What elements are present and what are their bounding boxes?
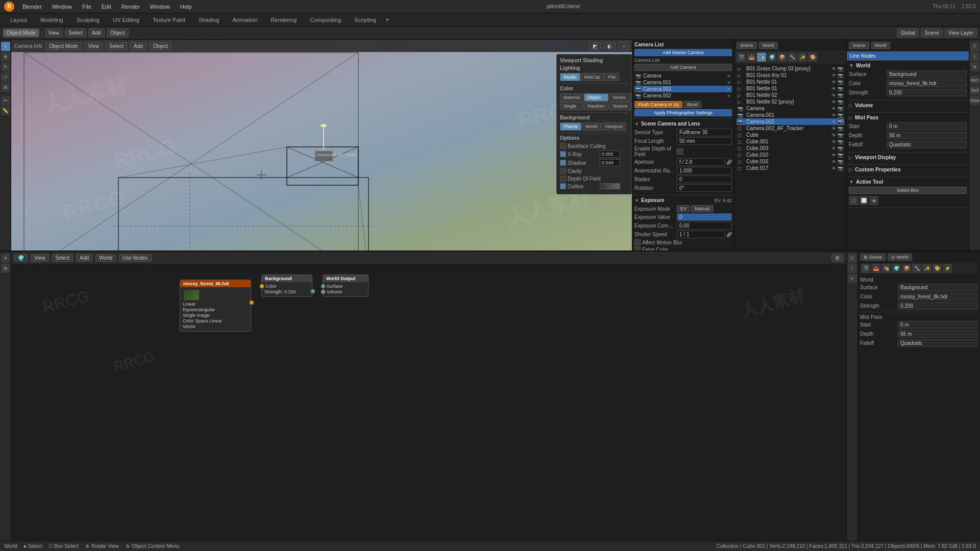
exposure-header[interactable]: ▼ Exposure EV: 9.42 [634, 197, 732, 203]
tree-cube-016-cam[interactable]: 📷 [838, 159, 843, 164]
mode-selector[interactable]: Object Mode [3, 29, 39, 37]
node-scene-icon[interactable]: 🎭 [881, 264, 891, 273]
tool-transform[interactable]: ⊞ [1, 83, 10, 92]
view-menu[interactable]: View [45, 29, 63, 37]
tree-cube-vis[interactable]: 👁 [831, 133, 836, 138]
select-menu[interactable]: Select [65, 29, 86, 37]
menu-window[interactable]: Window [50, 3, 74, 11]
lighting-studio[interactable]: Studio [560, 73, 580, 81]
tab-animation[interactable]: Animation [227, 15, 264, 24]
tree-camera-002[interactable]: 📷 Camera.002 👁 📷 [737, 118, 844, 125]
view-layer-dropdown[interactable]: View Layer [945, 29, 977, 37]
vp-view[interactable]: View [85, 42, 103, 50]
vp-add[interactable]: Add [130, 42, 146, 50]
side-tool-2[interactable]: I [970, 52, 979, 61]
outline-check[interactable] [560, 183, 566, 189]
add-workspace-btn[interactable]: + [385, 16, 389, 23]
tree-camera-001-vis[interactable]: 👁 [831, 113, 836, 118]
lighting-flat[interactable]: Flat [604, 73, 619, 81]
render-props-icon[interactable]: 🎬 [737, 53, 746, 62]
tree-cube[interactable]: ◻ Cube 👁 📷 [737, 132, 844, 138]
tree-camera-001[interactable]: 📷 Camera.001 👁 📷 [737, 112, 844, 118]
shadow-value[interactable] [600, 159, 620, 166]
camera-close-0[interactable]: ✕ [727, 73, 731, 79]
add-menu[interactable]: Add [88, 29, 105, 37]
cavity-check[interactable] [560, 168, 566, 174]
affect-motion-blur-check[interactable] [634, 239, 641, 245]
tree-cube-016-vis[interactable]: 👁 [831, 159, 836, 164]
surface-value[interactable]: Background [887, 70, 967, 78]
color-single[interactable]: Single [560, 102, 583, 110]
side-tool-1[interactable]: T [970, 42, 979, 51]
node-mossy-hdr[interactable]: mossy_forest_8k.hdr Linear Equirectangul… [180, 280, 251, 332]
menu-window2[interactable]: Window [148, 3, 172, 11]
mist-falloff-value[interactable]: Quadratic [887, 141, 967, 148]
node-surface-value[interactable]: Background [898, 284, 978, 291]
node-world-btn[interactable]: ◎ World [888, 254, 912, 261]
tree-cube-001-vis[interactable]: 👁 [831, 139, 836, 144]
node-falloff-value[interactable]: Quadratic [898, 339, 978, 347]
tree-camera-001-cam[interactable]: 📷 [838, 113, 843, 118]
tree-grass-vis[interactable]: 👁 [831, 66, 836, 71]
node-color-value[interactable]: mossy_forest_8k.hdr [898, 293, 978, 300]
tree-cube-017-vis[interactable]: 👁 [831, 166, 836, 171]
rotation-value[interactable]: 0° [677, 184, 732, 192]
scene-tab-btn[interactable]: Scene [737, 42, 757, 49]
viewport-3d[interactable]: 人人素材 RRCG RRCG RRCG 人人素材 [11, 40, 632, 251]
outline-color[interactable] [600, 183, 620, 189]
node-wo-surface-in[interactable] [321, 284, 325, 288]
particles-props-icon[interactable]: ✨ [798, 53, 807, 62]
world-scene-btn[interactable]: Scene [849, 42, 869, 49]
bg-theme[interactable]: Theme [560, 122, 581, 131]
node-depth-value[interactable]: 56 m [898, 330, 978, 338]
mist-depth-value[interactable]: 56 m [887, 132, 967, 139]
tree-cube-003-vis[interactable]: 👁 [831, 146, 836, 151]
global-dropdown[interactable]: Global [897, 29, 919, 37]
tree-b01-grass[interactable]: ▷ B01 Grass Clump 03 [proxy] 👁 📷 [737, 65, 844, 72]
menu-help[interactable]: Help [178, 3, 194, 11]
lighting-matcap[interactable]: MatCap [581, 73, 604, 81]
aperture-icon[interactable]: 🔗 [726, 160, 732, 165]
tree-nettle-01b-cam[interactable]: 📷 [838, 86, 843, 91]
node-side-tool-view[interactable]: V [848, 274, 857, 283]
tab-layout[interactable]: Layout [4, 15, 33, 24]
tree-nettle-02-proxy-vis[interactable]: 👁 [831, 99, 836, 105]
tree-b01-grass-tiny[interactable]: ▷ B01 Grass tiny 01 👁 📷 [737, 72, 844, 79]
ev-btn[interactable]: EV [677, 205, 690, 212]
camera-close-3[interactable]: ✕ [727, 93, 731, 98]
tool-move[interactable]: ⊕ [1, 52, 10, 61]
enable-dof-check[interactable] [677, 148, 683, 155]
side-tool-btn[interactable]: Tool [970, 86, 979, 95]
tree-grass-tiny-vis[interactable]: 👁 [831, 73, 836, 78]
sensor-type-dropdown[interactable]: Fullframe 35 [677, 129, 732, 136]
tab-compositing[interactable]: Compositing [304, 15, 347, 24]
node-editor-type[interactable]: 🌍 [14, 254, 28, 262]
tab-texture-paint[interactable]: Texture Paint [146, 15, 191, 24]
node-material-icon[interactable]: 🎨 [933, 264, 942, 273]
tree-nettle-01[interactable]: ▷ B01 Nettle 01 👁 📷 [737, 79, 844, 85]
strength-value[interactable]: 0.200 [887, 89, 967, 96]
node-object-icon[interactable]: 📦 [902, 264, 911, 273]
modifier-props-icon[interactable]: 🔧 [788, 53, 797, 62]
tree-camera-002-af-cam[interactable]: 📷 [838, 126, 843, 131]
node-mossy-color-out[interactable] [250, 300, 254, 305]
tree-nettle-01b-vis[interactable]: 👁 [831, 86, 836, 91]
tree-nettle-02-cam[interactable]: 📷 [838, 93, 843, 98]
tab-shading[interactable]: Shading [192, 15, 225, 24]
mode-icon-3[interactable]: ◈ [869, 196, 878, 205]
node-strength-value[interactable]: 0.200 [898, 302, 978, 310]
tree-camera-vis[interactable]: 👁 [831, 106, 836, 111]
scene-props-icon[interactable]: 🎭 [757, 53, 766, 62]
tree-nettle-02-proxy[interactable]: ▷ B01 Nettle 02 [proxy] 👁 📷 [737, 98, 844, 105]
menu-edit[interactable]: Edit [100, 3, 113, 11]
aperture-value[interactable]: f / 2.8 [677, 158, 725, 166]
tree-grass-tiny-cam[interactable]: 📷 [838, 73, 843, 78]
node-wrangler-icon[interactable]: ⚡ [943, 264, 952, 273]
tool-scale[interactable]: ⤢ [1, 72, 10, 82]
tree-cube-cam[interactable]: 📷 [838, 133, 843, 138]
node-start-value[interactable]: 0 m [898, 321, 978, 329]
color-random[interactable]: Random [584, 102, 608, 110]
tree-cube-001[interactable]: ◻ Cube.001 👁 📷 [737, 138, 844, 145]
tool-annotate[interactable]: ✏ [1, 96, 10, 105]
anamorphic-value[interactable]: 1.000 [677, 167, 732, 174]
